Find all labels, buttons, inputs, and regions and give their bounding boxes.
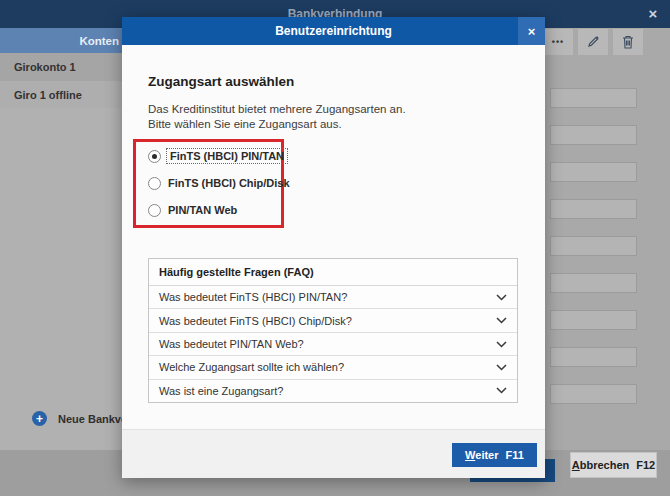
chevron-down-icon bbox=[496, 341, 507, 348]
faq-question: Was bedeutet FinTS (HBCI) Chip/Disk? bbox=[159, 315, 352, 327]
accounts-sidebar: Konten Girokonto 1 Giro 1 offline + Neue… bbox=[0, 28, 122, 450]
description-line: Bitte wählen Sie eine Zugangsart aus. bbox=[148, 117, 406, 132]
tab-konten-label: Konten bbox=[79, 35, 119, 47]
account-label: Girokonto 1 bbox=[14, 61, 76, 73]
app-window: Bankverbindung × Konten Girokonto 1 Giro… bbox=[0, 0, 670, 496]
text-field bbox=[550, 310, 637, 330]
new-bank-connection-label: Neue Bankve bbox=[58, 413, 127, 425]
text-field bbox=[550, 88, 637, 108]
next-button[interactable]: Weiter F11 bbox=[452, 443, 537, 467]
radio-button-selected[interactable] bbox=[148, 150, 161, 163]
ellipsis-icon: ••• bbox=[552, 37, 564, 47]
more-options-button: ••• bbox=[543, 29, 573, 55]
modal-close-button[interactable]: × bbox=[518, 17, 545, 45]
radio-option-fints-chipdisk[interactable]: FinTS (HBCI) Chip/Disk bbox=[148, 175, 290, 191]
text-field bbox=[550, 125, 637, 145]
tab-konten: Konten bbox=[0, 28, 122, 53]
account-label: Giro 1 offline bbox=[14, 89, 82, 101]
radio-option-fints-pintan[interactable]: FinTS (HBCI) PIN/TAN bbox=[148, 148, 288, 164]
faq-item[interactable]: Was ist eine Zugangsart? bbox=[149, 380, 517, 402]
radio-option-pintan-web[interactable]: PIN/TAN Web bbox=[148, 202, 237, 218]
text-field bbox=[550, 162, 637, 182]
account-list-item: Girokonto 1 bbox=[0, 53, 122, 81]
next-button-label: Weiter bbox=[465, 449, 498, 461]
faq-header: Häufig gestellte Fragen (FAQ) bbox=[149, 259, 517, 286]
chevron-down-icon bbox=[496, 364, 507, 371]
faq-question: Was bedeutet FinTS (HBCI) PIN/TAN? bbox=[159, 291, 347, 303]
account-list-item: Giro 1 offline bbox=[0, 81, 122, 108]
description-text: Das Kreditinstitut bietet mehrere Zugang… bbox=[148, 102, 406, 132]
cancel-button: Abbrechen F12 bbox=[570, 452, 657, 478]
plus-icon: + bbox=[32, 411, 47, 426]
trash-icon bbox=[622, 35, 634, 49]
cancel-button-label: Abbrechen bbox=[572, 459, 629, 471]
page-title: Zugangsart auswählen bbox=[148, 74, 294, 89]
faq-item[interactable]: Welche Zugangsart sollte ich wählen? bbox=[149, 356, 517, 379]
faq-question: Was ist eine Zugangsart? bbox=[159, 385, 283, 397]
faq-item[interactable]: Was bedeutet PIN/TAN Web? bbox=[149, 333, 517, 356]
faq-question: Welche Zugangsart sollte ich wählen? bbox=[159, 361, 344, 373]
text-field bbox=[550, 347, 637, 367]
text-field bbox=[550, 236, 637, 256]
modal-titlebar: Benutzereinrichtung × bbox=[122, 17, 545, 45]
modal-footer: Weiter F11 bbox=[122, 429, 545, 478]
modal-title: Benutzereinrichtung bbox=[275, 24, 392, 38]
pencil-icon bbox=[586, 35, 600, 49]
text-field bbox=[550, 199, 637, 219]
radio-option-label[interactable]: FinTS (HBCI) Chip/Disk bbox=[168, 177, 290, 189]
window-close-icon: × bbox=[642, 4, 664, 24]
faq-panel: Häufig gestellte Fragen (FAQ) Was bedeut… bbox=[148, 258, 518, 403]
new-bank-connection-button: + Neue Bankve bbox=[32, 411, 127, 426]
faq-item[interactable]: Was bedeutet FinTS (HBCI) PIN/TAN? bbox=[149, 286, 517, 309]
next-button-key: F11 bbox=[506, 449, 524, 461]
delete-button bbox=[613, 29, 643, 55]
radio-option-label[interactable]: FinTS (HBCI) PIN/TAN bbox=[166, 148, 288, 164]
cancel-button-key: F12 bbox=[636, 459, 655, 471]
benutzereinrichtung-dialog: Benutzereinrichtung × Zugangsart auswähl… bbox=[122, 17, 545, 478]
radio-option-label[interactable]: PIN/TAN Web bbox=[168, 204, 237, 216]
chevron-down-icon bbox=[496, 317, 507, 324]
faq-question: Was bedeutet PIN/TAN Web? bbox=[159, 338, 304, 350]
radio-button[interactable] bbox=[148, 177, 161, 190]
chevron-down-icon bbox=[496, 294, 507, 301]
faq-item[interactable]: Was bedeutet FinTS (HBCI) Chip/Disk? bbox=[149, 309, 517, 332]
edit-button bbox=[578, 29, 608, 55]
text-field bbox=[550, 273, 637, 293]
chevron-down-icon bbox=[496, 387, 507, 394]
radio-button[interactable] bbox=[148, 204, 161, 217]
text-field bbox=[550, 384, 637, 404]
description-line: Das Kreditinstitut bietet mehrere Zugang… bbox=[148, 102, 406, 117]
